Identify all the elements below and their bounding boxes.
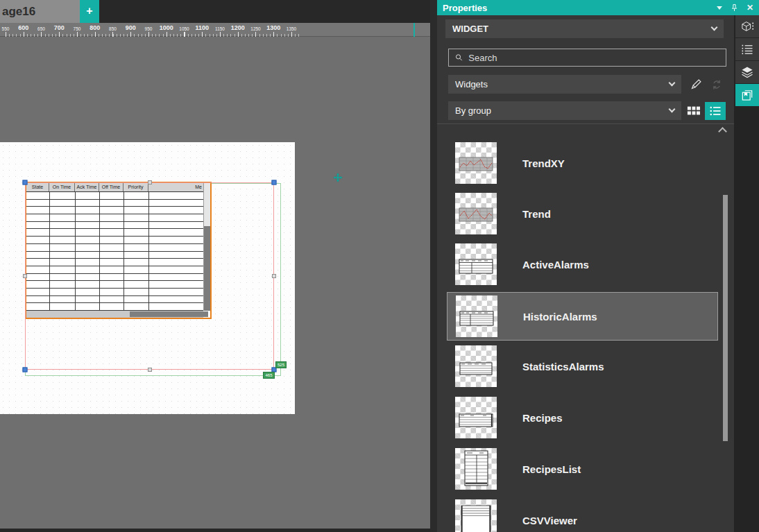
activealarms-thumbnail bbox=[455, 243, 497, 285]
widget-item-label: RecipesList bbox=[522, 448, 581, 490]
layers-icon bbox=[740, 65, 754, 79]
ruler-tick-label: 1250 bbox=[250, 26, 260, 31]
widget-item-label: Trend bbox=[522, 193, 551, 234]
widget-gallery-list: TrendXY Trend bbox=[437, 123, 734, 532]
add-page-button[interactable]: + bbox=[80, 0, 99, 23]
list-view-icon bbox=[708, 104, 722, 118]
ruler-tick-label: 1050 bbox=[179, 26, 189, 31]
side-icon-strip bbox=[734, 15, 759, 532]
resize-handle-top-right[interactable] bbox=[272, 180, 277, 185]
ruler-tick-label: 650 bbox=[37, 26, 45, 31]
ruler-tick-label: 1100 bbox=[195, 24, 209, 31]
ruler-tick-label: 1000 bbox=[160, 24, 173, 31]
resize-handle-bottom-left[interactable] bbox=[23, 368, 28, 372]
ruler-tick-label: 750 bbox=[74, 26, 81, 31]
resize-handle-top-left[interactable] bbox=[23, 180, 28, 185]
design-workspace: State On Time Ack Time Off Time Priority… bbox=[0, 37, 430, 529]
widget-search[interactable] bbox=[448, 49, 726, 67]
list-view-button[interactable] bbox=[705, 102, 726, 120]
search-icon bbox=[454, 53, 463, 62]
historicalarms-thumbnail bbox=[456, 295, 497, 337]
group-by-dropdown[interactable]: By group bbox=[448, 101, 681, 120]
widget-item-trend[interactable]: Trend bbox=[447, 193, 718, 241]
sync-icon bbox=[710, 78, 723, 91]
size-badge: 465 bbox=[263, 372, 275, 379]
csvviewer-thumbnail bbox=[455, 499, 497, 532]
recipeslist-thumbnail bbox=[455, 448, 497, 490]
size-badge: 525 bbox=[275, 361, 287, 368]
bookmark-pages-icon bbox=[740, 88, 754, 102]
widget-item-label: CSVViewer bbox=[522, 499, 577, 532]
ruler-tick-label: 850 bbox=[109, 26, 117, 31]
statisticsalarms-thumbnail bbox=[455, 345, 497, 387]
ruler-tick-label: 1200 bbox=[231, 24, 245, 31]
widget-item-label: HistoricAlarms bbox=[523, 295, 597, 337]
object-properties-tab[interactable] bbox=[735, 15, 759, 37]
pin-icon[interactable] bbox=[730, 3, 739, 12]
ruler-tick-label: 1300 bbox=[266, 24, 280, 31]
widget-item-statisticsalarms[interactable]: StatisticsAlarms bbox=[447, 345, 718, 394]
panel-divider[interactable] bbox=[430, 0, 437, 532]
page-tabbar: age16 + bbox=[0, 0, 430, 23]
widget-item-csvviewer[interactable]: CSVViewer bbox=[447, 499, 718, 532]
widget-item-recipeslist[interactable]: RecipesList bbox=[447, 448, 718, 497]
widget-item-trendxy[interactable]: TrendXY bbox=[447, 142, 718, 191]
detail-list-icon bbox=[740, 42, 754, 56]
chevron-down-icon bbox=[711, 24, 718, 31]
page-tab[interactable]: age16 bbox=[0, 0, 80, 23]
resize-handle-right-mid[interactable] bbox=[272, 274, 276, 278]
panel-menu-icon[interactable] bbox=[717, 6, 722, 10]
layers-tab[interactable] bbox=[735, 61, 759, 83]
properties-region: Properties ✕ WIDGET bbox=[437, 0, 759, 532]
ruler-tick-label: 900 bbox=[126, 24, 136, 31]
pencil-icon bbox=[689, 78, 703, 92]
category-dropdown-value: WIDGET bbox=[452, 24, 712, 34]
ruler-tick-label: 1150 bbox=[215, 26, 225, 31]
events-list-tab[interactable] bbox=[735, 38, 759, 60]
page-canvas[interactable]: State On Time Ack Time Off Time Priority… bbox=[0, 142, 295, 414]
grid-view-button[interactable] bbox=[685, 102, 703, 120]
widget-gallery-tab[interactable] bbox=[735, 84, 759, 106]
panel-title: Properties bbox=[437, 3, 717, 13]
status-strip bbox=[0, 529, 430, 532]
ruler-position-marker bbox=[413, 23, 415, 37]
widget-item-label: TrendXY bbox=[522, 142, 565, 184]
widget-item-activealarms[interactable]: ActiveAlarms bbox=[447, 243, 718, 292]
properties-panel: WIDGET Widgets bbox=[437, 15, 734, 532]
widget-item-recipes[interactable]: Recipes bbox=[447, 397, 718, 445]
widget-item-historicalarms[interactable]: HistoricAlarms bbox=[447, 292, 718, 341]
ruler-tick-label: 600 bbox=[18, 24, 28, 31]
horizontal-ruler: 5506006507007508008509009501000105011001… bbox=[0, 23, 430, 37]
search-input[interactable] bbox=[468, 53, 720, 63]
chevron-down-icon bbox=[669, 106, 676, 113]
ruler-tick-label: 800 bbox=[89, 24, 100, 31]
resize-handle-bottom-mid[interactable] bbox=[148, 368, 152, 372]
widget-item-label: Recipes bbox=[522, 397, 563, 438]
gallery-scrollbar[interactable] bbox=[723, 195, 728, 441]
resize-handle-top-mid[interactable] bbox=[148, 180, 152, 185]
grid-view-icon bbox=[686, 104, 701, 118]
ruler-tick-label: 950 bbox=[145, 26, 153, 31]
refresh-library-button[interactable] bbox=[708, 76, 726, 94]
edit-library-button[interactable] bbox=[687, 76, 705, 94]
close-icon[interactable]: ✕ bbox=[747, 3, 753, 12]
scroll-up-icon[interactable] bbox=[718, 127, 727, 136]
trendxy-thumbnail bbox=[455, 142, 497, 184]
trend-thumbnail bbox=[455, 193, 497, 234]
group-by-dropdown-value: By group bbox=[455, 105, 670, 116]
chevron-down-icon bbox=[669, 80, 676, 87]
resize-handle-left-mid[interactable] bbox=[23, 274, 27, 278]
move-cursor-icon bbox=[333, 173, 343, 182]
ruler-tick-label: 700 bbox=[54, 24, 65, 31]
widget-item-label: ActiveAlarms bbox=[522, 243, 589, 285]
category-dropdown[interactable]: WIDGET bbox=[445, 19, 724, 38]
library-dropdown[interactable]: Widgets bbox=[448, 75, 681, 94]
editor-area: age16 + 55060065070075080085090095010001… bbox=[0, 0, 430, 532]
widget-item-label: StatisticsAlarms bbox=[522, 345, 604, 387]
ruler-tick-label: 550 bbox=[2, 26, 10, 31]
recipes-thumbnail bbox=[455, 397, 497, 438]
properties-titlebar: Properties ✕ bbox=[437, 0, 759, 15]
hmi-editor-window: age16 + 55060065070075080085090095010001… bbox=[0, 0, 759, 532]
cube-properties-icon bbox=[740, 19, 755, 33]
selection-outline-pink bbox=[25, 182, 274, 370]
